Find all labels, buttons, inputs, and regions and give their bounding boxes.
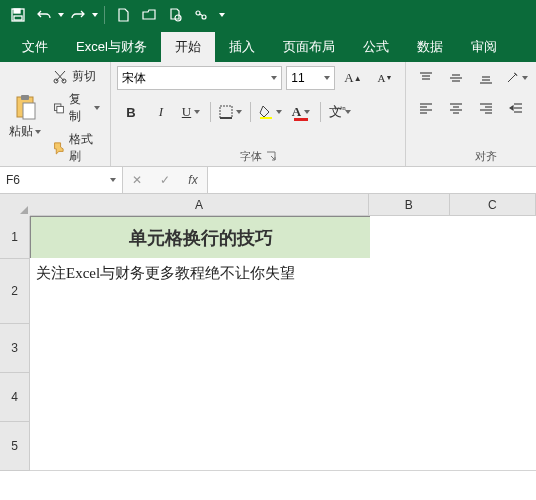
align-center-icon[interactable] — [442, 96, 470, 120]
open-file-icon[interactable] — [137, 3, 161, 27]
align-group-label: 对齐 — [475, 148, 497, 164]
italic-button[interactable]: I — [147, 100, 175, 124]
copy-label: 复制 — [69, 91, 88, 125]
svg-rect-15 — [260, 117, 272, 119]
formula-bar: F6 ✕ ✓ fx — [0, 167, 536, 194]
copy-button[interactable]: 复制 — [48, 89, 104, 127]
cell[interactable] — [30, 322, 383, 375]
cancel-icon[interactable]: ✕ — [123, 167, 151, 193]
column-header[interactable]: A — [30, 194, 369, 216]
svg-rect-1 — [14, 9, 20, 13]
group-clipboard: 粘贴 剪切 复制 格式刷 剪贴板 — [0, 62, 111, 166]
tab-addin[interactable]: Excel与财务 — [62, 32, 161, 62]
save-icon[interactable] — [6, 3, 30, 27]
svg-point-4 — [196, 11, 200, 15]
redo-icon[interactable] — [66, 3, 90, 27]
align-middle-icon[interactable] — [442, 66, 470, 90]
spreadsheet-grid: A B C 1 2 3 4 5 单元格换行的技巧 关注Excel与财务更多教程绝… — [0, 194, 536, 500]
fx-icon[interactable]: fx — [179, 167, 207, 193]
format-painter-label: 格式刷 — [69, 131, 100, 165]
cut-button[interactable]: 剪切 — [48, 66, 104, 87]
undo-dropdown-icon[interactable] — [58, 13, 64, 17]
new-file-icon[interactable] — [111, 3, 135, 27]
increase-indent-icon[interactable] — [532, 96, 536, 120]
select-all-button[interactable] — [0, 194, 31, 217]
svg-rect-8 — [23, 103, 35, 119]
quick-access-toolbar — [0, 0, 536, 30]
print-preview-icon[interactable] — [163, 3, 187, 27]
font-size-select[interactable]: 11 — [286, 66, 335, 90]
row-header[interactable]: 3 — [0, 324, 30, 373]
phonetic-button[interactable]: wén文 — [326, 100, 354, 124]
format-painter-button[interactable]: 格式刷 — [48, 129, 104, 167]
align-right-icon[interactable] — [472, 96, 500, 120]
ribbon-tabs: 文件 Excel与财务 开始 插入 页面布局 公式 数据 审阅 — [0, 30, 536, 62]
row-header[interactable]: 2 — [0, 259, 30, 324]
orientation-icon[interactable] — [502, 66, 531, 90]
increase-font-icon[interactable]: A▲ — [339, 66, 367, 90]
enter-icon[interactable]: ✓ — [151, 167, 179, 193]
decrease-font-icon[interactable]: A▼ — [371, 66, 399, 90]
cell[interactable] — [450, 370, 536, 423]
svg-rect-12 — [56, 106, 62, 112]
svg-rect-2 — [14, 16, 22, 20]
tab-insert[interactable]: 插入 — [215, 32, 269, 62]
decrease-indent-icon[interactable] — [502, 96, 530, 120]
tab-data[interactable]: 数据 — [403, 32, 457, 62]
cell[interactable] — [450, 322, 536, 375]
name-box[interactable]: F6 — [0, 167, 123, 193]
column-header[interactable]: B — [369, 194, 450, 216]
paste-button[interactable]: 粘贴 — [6, 66, 44, 167]
column-header[interactable]: C — [450, 194, 536, 216]
tab-formulas[interactable]: 公式 — [349, 32, 403, 62]
svg-rect-7 — [21, 95, 29, 100]
row-header[interactable]: 5 — [0, 422, 30, 471]
font-color-button[interactable]: A — [287, 100, 315, 124]
cell[interactable] — [30, 418, 383, 471]
svg-point-3 — [175, 15, 181, 21]
cell[interactable] — [450, 258, 536, 327]
group-font: 宋体 11 A▲ A▼ B I U A wén文 字体 — [111, 62, 406, 166]
border-button[interactable] — [216, 100, 245, 124]
cell[interactable] — [450, 418, 536, 471]
font-group-label: 字体 — [240, 148, 262, 164]
cell[interactable] — [30, 370, 383, 423]
dialog-launcher-icon[interactable] — [266, 151, 276, 161]
share-icon[interactable] — [189, 3, 213, 27]
paste-label: 粘贴 — [9, 123, 33, 140]
svg-rect-13 — [220, 106, 232, 118]
ribbon: 粘贴 剪切 复制 格式刷 剪贴板 宋体 11 A▲ A▼ B I U — [0, 62, 536, 167]
tab-home[interactable]: 开始 — [161, 32, 215, 62]
tab-review[interactable]: 审阅 — [457, 32, 511, 62]
tab-file[interactable]: 文件 — [8, 32, 62, 62]
qat-customize-icon[interactable] — [215, 3, 229, 27]
font-name-select[interactable]: 宋体 — [117, 66, 282, 90]
undo-icon[interactable] — [32, 3, 56, 27]
cut-label: 剪切 — [72, 68, 96, 85]
cell[interactable]: 关注Excel与财务更多教程绝不让你失望 — [30, 258, 383, 331]
fill-color-button[interactable] — [256, 100, 285, 124]
underline-button[interactable]: U — [177, 100, 205, 124]
formula-input[interactable] — [208, 167, 536, 193]
group-alignment: 对齐 — [406, 62, 536, 166]
tab-layout[interactable]: 页面布局 — [269, 32, 349, 62]
row-header[interactable]: 4 — [0, 373, 30, 422]
cell[interactable] — [450, 216, 536, 263]
align-left-icon[interactable] — [412, 96, 440, 120]
bold-button[interactable]: B — [117, 100, 145, 124]
redo-dropdown-icon[interactable] — [92, 13, 98, 17]
align-bottom-icon[interactable] — [472, 66, 500, 90]
cell[interactable]: 单元格换行的技巧 — [30, 216, 372, 260]
row-header[interactable]: 1 — [0, 216, 30, 259]
align-top-icon[interactable] — [412, 66, 440, 90]
